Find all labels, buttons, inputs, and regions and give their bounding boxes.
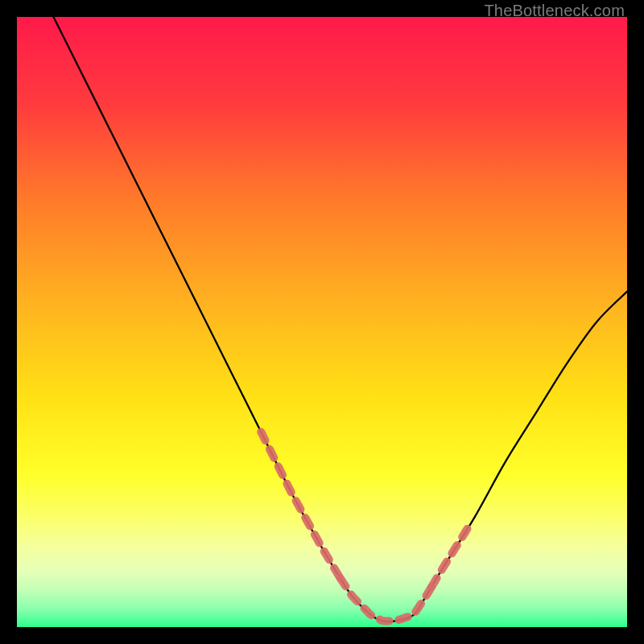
gradient-background [17, 17, 627, 627]
chart-frame [17, 17, 627, 627]
chart-svg [17, 17, 627, 627]
attribution-text: TheBottleneck.com [484, 2, 625, 20]
